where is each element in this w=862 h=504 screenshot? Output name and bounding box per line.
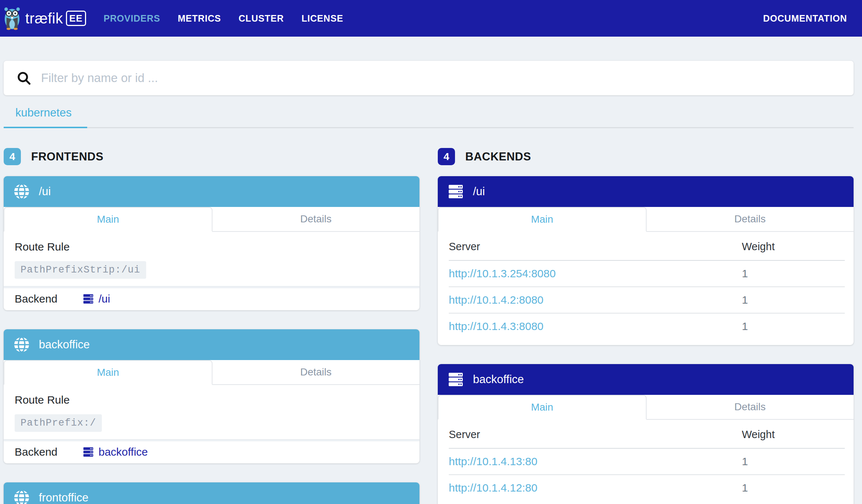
frontend-card-backoffice: backoffice Main Details Route Rule PathP… <box>4 329 419 463</box>
table-row: http://10.1.4.3:8080 1 <box>449 313 845 339</box>
backend-card-ui: /ui Main Details Server Weight <box>438 176 854 345</box>
route-rule-label: Route Rule <box>15 394 408 406</box>
frontends-title: FRONTENDS <box>31 150 103 163</box>
backend-row: Backend /ui <box>4 288 419 310</box>
tab-details[interactable]: Details <box>647 395 854 419</box>
server-weight: 1 <box>742 455 748 467</box>
backend-card-ui-tabs: Main Details <box>438 207 854 232</box>
route-rule-value: PathPrefix:/ <box>15 414 102 432</box>
tab-details[interactable]: Details <box>212 207 420 231</box>
frontend-card-title: /ui <box>39 185 51 198</box>
server-url-link[interactable]: http://10.1.4.3:8080 <box>449 320 544 332</box>
nav-item-documentation[interactable]: DOCUMENTATION <box>763 13 847 24</box>
nav-item-cluster[interactable]: CLUSTER <box>238 13 284 24</box>
navbar: træfik EE PROVIDERS METRICS CLUSTER LICE… <box>0 0 862 37</box>
backend-label: Backend <box>15 293 82 305</box>
globe-icon <box>13 183 30 200</box>
weight-column-header: Weight <box>742 232 845 260</box>
tab-main[interactable]: Main <box>4 207 212 232</box>
backend-card-backoffice: backoffice Main Details Server Weight <box>438 364 854 504</box>
server-url-link[interactable]: http://10.1.4.12:80 <box>449 482 537 494</box>
frontends-header: 4 FRONTENDS <box>4 148 419 165</box>
server-rack-icon <box>82 446 94 458</box>
server-weight: 1 <box>742 267 748 279</box>
server-column-header: Server <box>449 232 742 260</box>
backend-link-label: backoffice <box>99 446 148 458</box>
servers-table: Server Weight http://10.1.4.13:80 1 http… <box>449 420 845 501</box>
backend-card-title: /ui <box>473 185 485 198</box>
search-bar <box>4 61 854 95</box>
frontend-card-ui-header: /ui <box>4 176 419 207</box>
brand-ee-badge: EE <box>66 11 86 26</box>
server-weight: 1 <box>742 320 748 332</box>
search-icon <box>16 70 32 86</box>
server-rack-icon <box>82 293 94 305</box>
main-nav: PROVIDERS METRICS CLUSTER LICENSE <box>104 13 343 24</box>
nav-item-metrics[interactable]: METRICS <box>178 13 221 24</box>
server-url-link[interactable]: http://10.1.4.13:80 <box>449 455 537 467</box>
route-rule-value: PathPrefixStrip:/ui <box>15 261 146 279</box>
gopher-mascot-icon <box>4 6 21 30</box>
frontend-card-ui: /ui Main Details Route Rule PathPrefixSt… <box>4 176 419 310</box>
tab-main[interactable]: Main <box>438 207 647 232</box>
frontend-card-title: frontoffice <box>39 491 89 504</box>
frontend-card-backoffice-tabs: Main Details <box>4 360 419 385</box>
frontend-card-title: backoffice <box>39 338 90 351</box>
servers-table: Server Weight http://10.1.3.254:8080 1 h… <box>449 232 845 339</box>
table-row: http://10.1.3.254:8080 1 <box>449 260 845 287</box>
brand-name: træfik <box>25 10 63 27</box>
frontends-column: 4 FRONTENDS /ui Main Detai <box>4 148 419 504</box>
tab-details[interactable]: Details <box>212 360 420 384</box>
provider-tabbar: kubernetes <box>4 106 854 128</box>
backend-link-backoffice[interactable]: backoffice <box>82 446 148 458</box>
server-url-link[interactable]: http://10.1.4.2:8080 <box>449 294 544 306</box>
tab-main[interactable]: Main <box>4 360 212 385</box>
route-rule-label: Route Rule <box>15 241 408 253</box>
route-rule-section: Route Rule PathPrefixStrip:/ui <box>4 232 419 286</box>
frontend-card-ui-tabs: Main Details <box>4 207 419 232</box>
server-rack-icon <box>447 183 464 200</box>
server-weight: 1 <box>742 294 748 306</box>
server-url-link[interactable]: http://10.1.3.254:8080 <box>449 267 556 279</box>
nav-item-license[interactable]: LICENSE <box>301 13 343 24</box>
tab-details[interactable]: Details <box>647 207 854 231</box>
server-rack-icon <box>447 371 464 388</box>
server-column-header: Server <box>449 420 742 448</box>
backend-row: Backend backoffice <box>4 441 419 463</box>
backends-count-badge: 4 <box>438 148 455 165</box>
frontend-card-frontoffice: frontoffice <box>4 482 419 504</box>
frontends-count-badge: 4 <box>4 148 21 165</box>
backend-card-ui-header: /ui <box>438 176 854 207</box>
backend-card-backoffice-tabs: Main Details <box>438 395 854 420</box>
table-row: http://10.1.4.12:80 1 <box>449 475 845 501</box>
backends-column: 4 BACKENDS /ui Main <box>438 148 854 504</box>
globe-icon <box>13 489 30 504</box>
backends-header: 4 BACKENDS <box>438 148 854 165</box>
backends-title: BACKENDS <box>465 150 531 163</box>
tab-main[interactable]: Main <box>438 395 647 420</box>
backend-card-backoffice-header: backoffice <box>438 364 854 395</box>
backend-label: Backend <box>15 446 82 458</box>
search-input[interactable] <box>41 71 841 85</box>
backend-link-label: /ui <box>99 293 110 305</box>
page-content: kubernetes 4 FRONTENDS /ui <box>0 61 862 504</box>
globe-icon <box>13 336 30 353</box>
nav-item-providers[interactable]: PROVIDERS <box>104 13 160 24</box>
backend-card-title: backoffice <box>473 373 524 386</box>
tab-kubernetes[interactable]: kubernetes <box>4 106 87 128</box>
weight-column-header: Weight <box>742 420 845 448</box>
server-weight: 1 <box>742 482 748 494</box>
backend-link-ui[interactable]: /ui <box>82 293 110 305</box>
table-row: http://10.1.4.2:8080 1 <box>449 287 845 313</box>
traefik-logo[interactable]: træfik EE <box>4 6 86 30</box>
frontend-card-backoffice-header: backoffice <box>4 329 419 360</box>
route-rule-section: Route Rule PathPrefix:/ <box>4 385 419 439</box>
frontend-card-frontoffice-header: frontoffice <box>4 482 419 504</box>
table-row: http://10.1.4.13:80 1 <box>449 448 845 475</box>
